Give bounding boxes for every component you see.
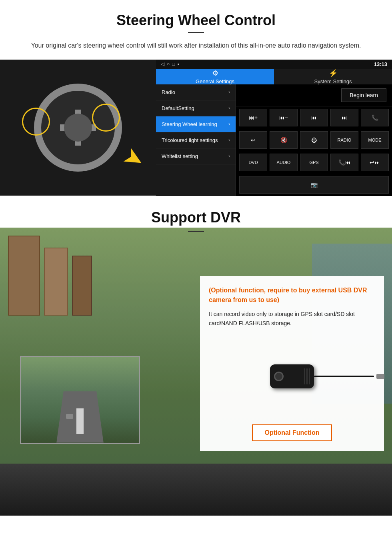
steering-wheel-section: Steering Wheel Control Your original car…: [0, 0, 392, 51]
menu-item-default[interactable]: DefaultSetting ›: [156, 100, 236, 116]
gps-btn[interactable]: GPS: [300, 154, 328, 171]
highlight-circle-left: [22, 108, 50, 136]
dvr-info-panel: (Optional function, require to buy exter…: [200, 276, 384, 451]
menu-arrow-icon: ›: [228, 89, 230, 95]
radio-btn[interactable]: RADIO: [330, 131, 358, 149]
steering-wheel-image: ➤: [0, 60, 156, 196]
menu-list: Radio › DefaultSetting › Steering Wheel …: [156, 84, 236, 196]
mute-btn[interactable]: 🔇: [270, 131, 298, 149]
title-divider: [188, 32, 204, 33]
camera-btn[interactable]: 📷: [239, 176, 389, 194]
hangup-btn[interactable]: ↩: [239, 131, 267, 149]
vol-down-btn[interactable]: ⏮−: [270, 109, 298, 126]
menu-item-radio[interactable]: Radio ›: [156, 84, 236, 100]
car-1: [66, 414, 73, 419]
system-icon: ⚡: [329, 69, 338, 78]
dvr-section: Support DVR (Optional function, require …: [0, 196, 392, 516]
optional-function-button[interactable]: Optional Function: [252, 424, 332, 441]
menu-arrow-icon: ›: [228, 137, 230, 143]
menu-tricoloured-label: Tricoloured light settings: [162, 137, 218, 143]
optional-text: (Optional function, require to buy exter…: [209, 286, 375, 305]
menu-arrow-icon: ›: [228, 105, 230, 111]
tab-system-settings[interactable]: ⚡ System Settings: [274, 69, 392, 84]
grill-2: [306, 368, 308, 384]
begin-learn-row: Begin learn: [236, 84, 392, 106]
dvr-header: Support DVR: [0, 196, 392, 236]
nav-icons: ◁ ○ □ ▪: [161, 61, 179, 67]
dvr-cable: [314, 376, 374, 377]
begin-learn-button[interactable]: Begin learn: [341, 88, 386, 102]
tab-general-label: General Settings: [196, 78, 234, 84]
menu-item-tricoloured[interactable]: Tricoloured light settings ›: [156, 132, 236, 148]
dashboard-area: [0, 464, 392, 516]
menu-arrow-icon: ›: [228, 153, 230, 159]
audio-btn[interactable]: AUDIO: [270, 154, 298, 171]
call-btn[interactable]: 📞: [361, 109, 389, 126]
android-ui-panel: ◁ ○ □ ▪ 13:13 ⚙ General Settings ⚡ Syste…: [156, 60, 392, 196]
vol-up-btn[interactable]: ⏮+: [239, 109, 267, 126]
dvr-description: It can record video only to storage in G…: [209, 310, 375, 329]
dvr-lens: [274, 372, 284, 381]
control-row-1: ⏮+ ⏮− ⏮ ⏭ 📞: [236, 106, 392, 129]
back-next-btn[interactable]: ↩⏭: [361, 154, 389, 171]
dvr-content: Support DVR (Optional function, require …: [0, 196, 392, 451]
dvr-divider: [188, 231, 204, 232]
android-statusbar: ◁ ○ □ ▪ 13:13: [156, 60, 392, 69]
gear-icon: ⚙: [212, 69, 218, 78]
recents-icon: □: [172, 61, 175, 67]
menu-radio-label: Radio: [162, 89, 175, 95]
arrow-indicator: ➤: [118, 140, 150, 175]
dvr-main: (Optional function, require to buy exter…: [0, 236, 392, 451]
section-subtitle: Your original car's steering wheel contr…: [24, 40, 368, 51]
dvr-device-body: [270, 364, 314, 388]
android-menu: Radio › DefaultSetting › Steering Wheel …: [156, 84, 392, 196]
prev-btn[interactable]: ⏮: [300, 109, 328, 126]
page-title: Steering Wheel Control: [16, 12, 376, 29]
tab-general-settings[interactable]: ⚙ General Settings: [156, 69, 274, 84]
control-row-4: 📷: [236, 174, 392, 196]
android-tabs: ⚙ General Settings ⚡ System Settings: [156, 69, 392, 84]
dvr-device-illustration: [209, 336, 375, 416]
control-row-2: ↩ 🔇 ⏻ RADIO MODE: [236, 129, 392, 151]
mode-btn[interactable]: MODE: [361, 131, 389, 149]
device-assembly: [270, 364, 314, 388]
menu-whitelist-label: Whitelist setting: [162, 153, 198, 159]
dvr-title: Support DVR: [143, 208, 249, 228]
power-btn[interactable]: ⏻: [300, 131, 328, 149]
back-icon: ◁: [161, 61, 164, 67]
car-2: [70, 407, 76, 411]
dvr-camera-preview: [20, 356, 140, 444]
tab-system-label: System Settings: [314, 78, 352, 84]
menu-item-whitelist[interactable]: Whitelist setting ›: [156, 148, 236, 164]
control-panel: Begin learn ⏮+ ⏮− ⏮ ⏭ 📞 ↩ 🔇 ⏻ RADIO MODE: [236, 84, 392, 196]
steering-demo-container: ➤ ◁ ○ □ ▪ 13:13 ⚙ General Settings ⚡ Sys…: [0, 60, 392, 196]
grill-3: [304, 368, 305, 384]
menu-item-steering[interactable]: Steering Wheel learning ›: [156, 116, 236, 132]
menu-steering-label: Steering Wheel learning: [162, 121, 217, 127]
dvr-usb-connector: [376, 374, 384, 379]
menu-icon: ▪: [178, 61, 179, 67]
cam-lane: [76, 408, 84, 434]
next-btn[interactable]: ⏭: [330, 109, 358, 126]
control-row-3: DVD AUDIO GPS 📞⏮ ↩⏭: [236, 151, 392, 174]
dvr-left-panel: [8, 244, 192, 444]
wheel-center: [64, 114, 92, 142]
highlight-circle-right: [92, 104, 120, 132]
status-time: 13:13: [374, 61, 387, 67]
grill-1: [309, 368, 310, 384]
menu-arrow-icon: ›: [228, 121, 230, 127]
menu-default-label: DefaultSetting: [162, 105, 194, 111]
home-icon: ○: [167, 61, 170, 67]
call-prev-btn[interactable]: 📞⏮: [330, 154, 358, 171]
dvd-btn[interactable]: DVD: [239, 154, 267, 171]
